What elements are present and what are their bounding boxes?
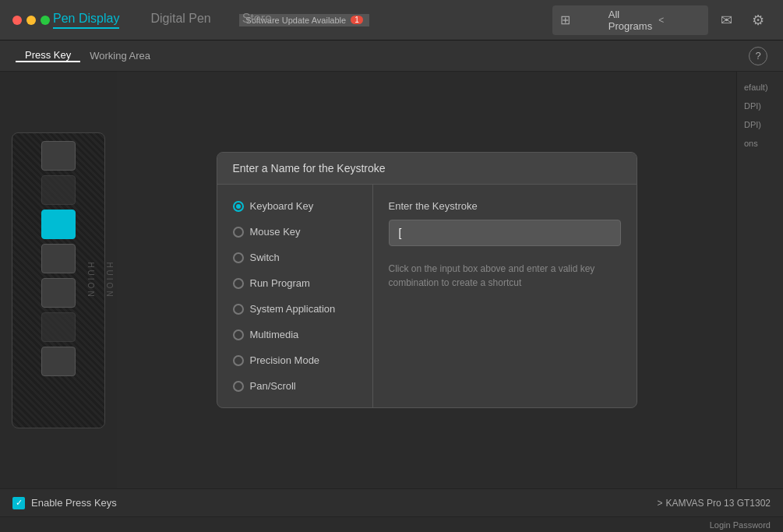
traffic-lights	[12, 16, 50, 25]
main-content: HUION Enter a Name for the Keystroke Key…	[0, 72, 783, 488]
left-panel: HUION	[0, 72, 117, 488]
key-button-3[interactable]	[41, 210, 76, 239]
radio-pan-scroll-label: Pan/Scroll	[250, 380, 296, 392]
key-button-7[interactable]	[41, 347, 76, 376]
radio-keyboard-key[interactable]: Keyboard Key	[233, 200, 357, 212]
enable-checkbox[interactable]: ✓	[12, 497, 25, 509]
keystroke-input[interactable]	[389, 220, 621, 246]
right-item-4: ons	[741, 136, 779, 151]
brand-label: HUION	[86, 262, 95, 298]
radio-precision-mode-label: Precision Mode	[250, 354, 320, 366]
radio-mouse-key-circle	[233, 227, 244, 238]
radio-keyboard-key-label: Keyboard Key	[250, 200, 314, 212]
keystroke-hint: Click on the input box above and enter a…	[389, 262, 621, 290]
radio-run-program[interactable]: Run Program	[233, 277, 357, 289]
radio-precision-mode[interactable]: Precision Mode	[233, 354, 357, 366]
grid-icon: ⊞	[560, 12, 602, 27]
update-badge: 1	[351, 16, 363, 24]
radio-system-application-circle	[233, 304, 244, 315]
subnav: Press Key Working Area ?	[0, 41, 783, 72]
radio-pan-scroll[interactable]: Pan/Scroll	[233, 380, 357, 392]
right-panel: efault) DPI) DPI) ons	[736, 72, 783, 488]
radio-keyboard-key-circle	[233, 201, 244, 212]
radio-system-application[interactable]: System Application	[233, 303, 357, 315]
radio-pan-scroll-circle	[233, 381, 244, 392]
close-button[interactable]	[12, 16, 22, 25]
mail-button[interactable]: ✉	[714, 8, 739, 33]
tab-store[interactable]: Store	[242, 12, 272, 29]
settings-button[interactable]: ⚙	[746, 8, 771, 33]
bottom-bar: ✓ Enable Press Keys > KAMVAS Pro 13 GT13…	[0, 488, 783, 516]
tab-digital-pen[interactable]: Digital Pen	[150, 12, 210, 29]
help-button[interactable]: ?	[749, 47, 767, 65]
device-name-label: KAMVAS Pro 13 GT1302	[665, 498, 771, 509]
radio-run-program-label: Run Program	[250, 277, 310, 289]
radio-switch-circle	[233, 252, 244, 263]
titlebar: Software Update Available 1 Pen Display …	[0, 0, 783, 41]
enable-label: Enable Press Keys	[31, 497, 117, 509]
radio-multimedia-label: Multimedia	[250, 329, 299, 340]
device-chevron: >	[657, 498, 662, 509]
radio-multimedia-circle	[233, 329, 244, 340]
keystroke-panel: Enter the Keystroke Click on the input b…	[373, 185, 637, 407]
device-name: > KAMVAS Pro 13 GT1302	[657, 498, 771, 509]
minimize-button[interactable]	[26, 16, 36, 25]
radio-switch[interactable]: Switch	[233, 252, 357, 263]
login-password-label: Login Password	[710, 520, 771, 530]
key-button-4[interactable]	[41, 244, 76, 273]
bottom-overlay: Login Password	[0, 516, 783, 532]
titlebar-right: ⊞ All Programs < ✉ ⚙	[552, 5, 771, 35]
tab-pen-display[interactable]: Pen Display	[53, 12, 119, 29]
maximize-button[interactable]	[41, 16, 50, 25]
enable-press-keys-check[interactable]: ✓ Enable Press Keys	[12, 497, 117, 509]
key-button-5[interactable]	[41, 278, 76, 308]
radio-multimedia[interactable]: Multimedia	[233, 329, 357, 340]
nav-tabs: Pen Display Digital Pen Store	[53, 12, 272, 29]
dialog-area: Enter a Name for the Keystroke Keyboard …	[117, 72, 736, 488]
program-label: All Programs	[608, 9, 652, 32]
dialog-title: Enter a Name for the Keystroke	[233, 162, 386, 174]
radio-system-application-label: System Application	[250, 303, 336, 315]
radio-mouse-key-label: Mouse Key	[250, 226, 301, 238]
key-button-6[interactable]	[41, 312, 76, 342]
radio-run-program-circle	[233, 278, 244, 289]
program-selector[interactable]: ⊞ All Programs <	[552, 5, 708, 35]
radio-switch-label: Switch	[250, 252, 280, 263]
dialog-header: Enter a Name for the Keystroke	[217, 153, 637, 185]
radio-precision-mode-circle	[233, 355, 244, 366]
keystroke-label: Enter the Keystroke	[389, 200, 621, 212]
right-item-1: efault)	[741, 79, 779, 95]
key-button-2[interactable]	[41, 175, 76, 205]
chevron-left-icon: <	[658, 15, 700, 26]
radio-list: Keyboard Key Mouse Key Switch Run Progra…	[217, 185, 373, 407]
right-item-2: DPI)	[741, 98, 779, 114]
radio-mouse-key[interactable]: Mouse Key	[233, 226, 357, 238]
dialog-box: Enter a Name for the Keystroke Keyboard …	[217, 152, 637, 408]
key-button-1[interactable]	[41, 141, 76, 171]
gear-icon: ⚙	[752, 12, 764, 29]
mail-icon: ✉	[721, 12, 732, 29]
subnav-working-area[interactable]: Working Area	[80, 50, 160, 62]
dialog-body: Keyboard Key Mouse Key Switch Run Progra…	[217, 185, 637, 407]
subnav-press-key[interactable]: Press Key	[16, 49, 80, 62]
right-item-3: DPI)	[741, 117, 779, 132]
